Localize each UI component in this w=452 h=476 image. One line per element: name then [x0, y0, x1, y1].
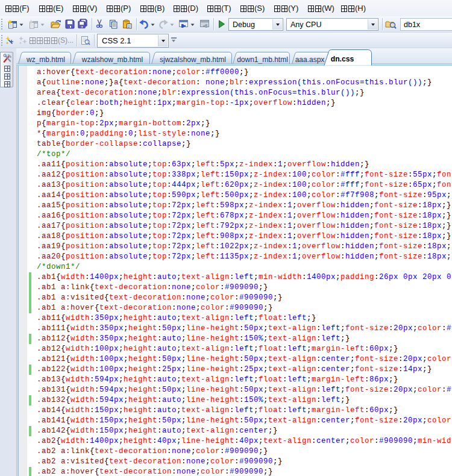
svg-text:wz_mb.html: wz_mb.html: [26, 55, 65, 64]
svg-text:down1_mb.html: down1_mb.html: [237, 55, 288, 64]
svg-text:aaa.aspx: aaa.aspx: [295, 55, 325, 64]
svg-text:wzalshow_mb.html: wzalshow_mb.html: [81, 55, 143, 64]
svg-text:sjwzalshow_mb.html: sjwzalshow_mb.html: [160, 55, 226, 64]
svg-text:dn.css: dn.css: [331, 55, 354, 63]
